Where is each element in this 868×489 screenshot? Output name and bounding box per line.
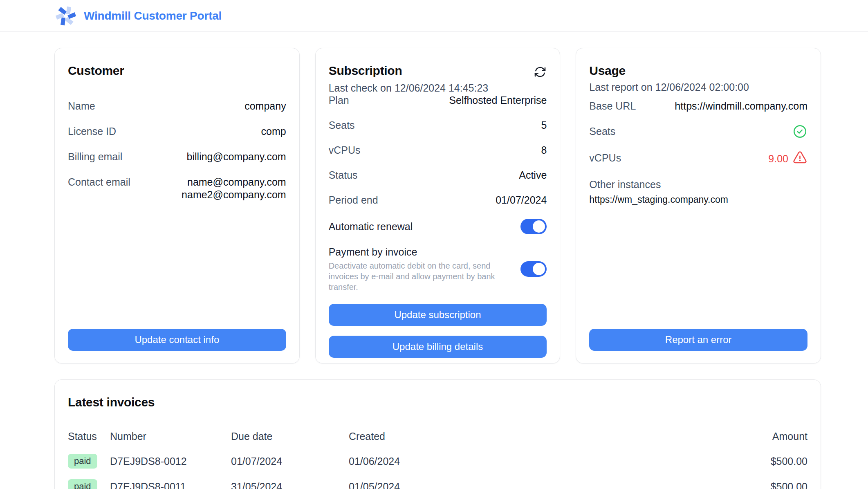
field-value: name@company.com name2@company.com	[182, 176, 286, 201]
column-header-number: Number	[110, 431, 231, 442]
other-instance-url: https://wm_staging.company.com	[589, 194, 807, 205]
invoice-amount: $500.00	[726, 455, 807, 467]
field-value: comp	[261, 125, 286, 138]
toggle-label: Payment by invoice	[329, 246, 417, 258]
last-report-timestamp: Last report on 12/06/2024 02:00:00	[589, 81, 807, 93]
refresh-icon[interactable]	[534, 65, 547, 79]
invoice-number: D7EJ9DS8-0011	[110, 481, 231, 489]
field-value: Active	[519, 169, 547, 182]
invoice-amount: $500.00	[726, 481, 807, 489]
payment-by-invoice-description: Deactivate automatic debit on the card, …	[329, 260, 505, 292]
warning-triangle-icon	[792, 150, 807, 166]
toggle-label: Automatic renewal	[329, 220, 413, 233]
contact-email-2: name2@company.com	[182, 188, 286, 201]
field-label: Period end	[329, 194, 378, 206]
field-label: License ID	[68, 125, 116, 137]
field-value: Selfhosted Enterprise	[449, 94, 547, 107]
update-billing-details-button[interactable]: Update billing details	[329, 336, 547, 358]
report-an-error-button[interactable]: Report an error	[589, 329, 807, 351]
field-value: 01/07/2024	[496, 194, 547, 206]
customer-billing-email-row: Billing email billing@company.com	[68, 150, 286, 163]
invoice-created: 01/05/2024	[349, 481, 726, 489]
field-value: company	[244, 100, 286, 112]
other-instances-row: Other instances https://wm_staging.compa…	[589, 178, 807, 205]
invoice-row[interactable]: paid D7EJ9DS8-0012 01/07/2024 01/06/2024…	[68, 449, 807, 474]
column-header-amount: Amount	[726, 431, 807, 442]
vcpus-usage-value: 9.00	[768, 153, 788, 165]
app-title: Windmill Customer Portal	[84, 9, 222, 22]
field-label: Billing email	[68, 150, 122, 163]
latest-invoices-title: Latest invoices	[68, 395, 807, 409]
check-circle-icon	[792, 124, 807, 139]
field-label: vCPUs	[589, 152, 621, 164]
status-row: Status Active	[329, 169, 547, 181]
invoice-due-date: 01/07/2024	[231, 455, 349, 467]
field-value: 8	[541, 144, 547, 157]
invoice-created: 01/06/2024	[349, 455, 726, 467]
column-header-due-date: Due date	[231, 431, 349, 442]
latest-invoices-card: Latest invoices Status Number Due date C…	[54, 379, 821, 489]
plan-row: Plan Selfhosted Enterprise	[329, 94, 547, 106]
toggle-knob	[533, 263, 545, 275]
invoice-number: D7EJ9DS8-0012	[110, 455, 231, 467]
field-label: Seats	[589, 125, 615, 137]
field-label: Contact email	[68, 176, 130, 188]
last-check-timestamp: Last check on 12/06/2024 14:45:23	[329, 82, 547, 94]
field-value: https://windmill.company.com	[675, 100, 807, 112]
usage-seats-row: Seats	[589, 125, 807, 139]
customer-card-title: Customer	[68, 64, 124, 78]
invoice-row[interactable]: paid D7EJ9DS8-0011 31/05/2024 01/05/2024…	[68, 474, 807, 489]
usage-vcpus-row: vCPUs 9.00	[589, 152, 807, 166]
field-value: billing@company.com	[187, 150, 286, 163]
status-badge: paid	[68, 454, 97, 469]
usage-card: Usage Last report on 12/06/2024 02:00:00…	[576, 48, 821, 363]
period-end-row: Period end 01/07/2024	[329, 194, 547, 206]
field-label: Other instances	[589, 178, 667, 191]
field-label: Plan	[329, 94, 349, 106]
field-label: vCPUs	[329, 144, 361, 156]
field-label: Status	[329, 169, 358, 181]
update-subscription-button[interactable]: Update subscription	[329, 304, 547, 326]
base-url-row: Base URL https://windmill.company.com	[589, 100, 807, 112]
customer-name-row: Name company	[68, 100, 286, 112]
top-navigation-bar: Windmill Customer Portal	[0, 0, 868, 32]
customer-contact-email-row: Contact email name@company.com name2@com…	[68, 176, 286, 201]
subscription-card-title: Subscription	[329, 64, 402, 78]
column-header-status: Status	[68, 431, 110, 442]
field-label: Base URL	[589, 100, 636, 112]
column-header-created: Created	[349, 431, 726, 442]
field-label: Name	[68, 100, 95, 112]
windmill-logo-icon	[55, 5, 76, 27]
subscription-card: Subscription Last check on 12/06/2024 14…	[315, 48, 561, 363]
summary-cards-row: Customer Name company License ID comp Bi…	[54, 48, 821, 363]
field-label: Seats	[329, 119, 355, 131]
invoice-due-date: 31/05/2024	[231, 481, 349, 489]
vcpus-row: vCPUs 8	[329, 144, 547, 156]
usage-card-title: Usage	[589, 64, 626, 78]
payment-by-invoice-row: Payment by invoice Deactivate automatic …	[329, 246, 547, 292]
toggle-knob	[533, 220, 545, 233]
automatic-renewal-row: Automatic renewal	[329, 219, 547, 234]
invoice-table-header: Status Number Due date Created Amount	[68, 428, 807, 444]
seats-row: Seats 5	[329, 119, 547, 131]
update-contact-info-button[interactable]: Update contact info	[68, 329, 286, 351]
payment-by-invoice-toggle[interactable]	[520, 261, 547, 277]
customer-license-row: License ID comp	[68, 125, 286, 138]
contact-email-1: name@company.com	[182, 176, 286, 188]
field-value: 5	[541, 119, 547, 132]
customer-card: Customer Name company License ID comp Bi…	[54, 48, 300, 363]
status-badge: paid	[68, 479, 97, 489]
automatic-renewal-toggle[interactable]	[520, 219, 547, 234]
